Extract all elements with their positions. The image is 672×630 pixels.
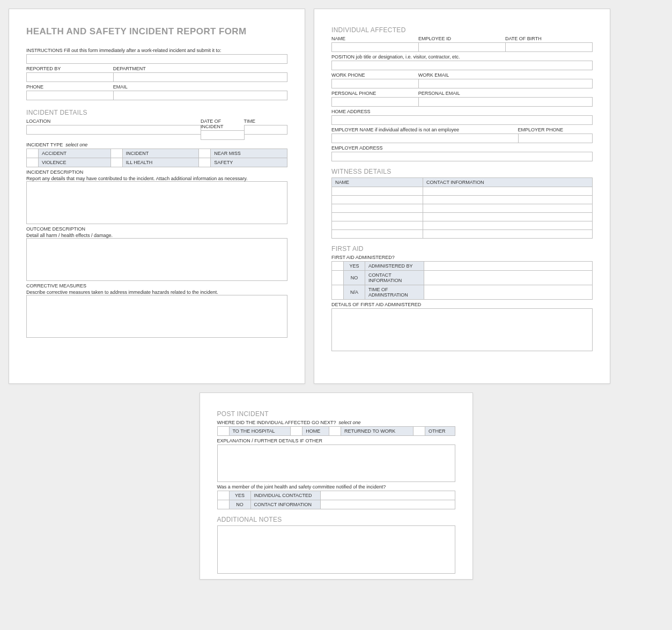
instructions-label: INSTRUCTIONS Fill out this form immediat… <box>26 48 287 53</box>
administered-by-label: ADMINISTERED BY <box>365 262 424 271</box>
page-2: INDIVIDUAL AFFECTED NAME EMPLOYEE ID DAT… <box>314 9 610 384</box>
administered-by-input[interactable] <box>424 262 593 271</box>
department-input[interactable] <box>113 72 287 82</box>
where-option: OTHER <box>425 427 455 436</box>
witness-cell[interactable] <box>423 213 593 221</box>
email-input[interactable] <box>113 91 287 100</box>
committee-contact-label: CONTACT INFORMATION <box>250 500 320 509</box>
incident-type-option: INCIDENT <box>122 149 199 158</box>
individual-affected-header: INDIVIDUAL AFFECTED <box>331 26 593 34</box>
incident-type-check[interactable] <box>199 149 211 158</box>
personal-phone-input[interactable] <box>331 97 419 107</box>
work-email-label: WORK EMAIL <box>418 72 593 78</box>
witness-cell[interactable] <box>423 204 593 213</box>
incident-desc-sub: Report any details that may have contrib… <box>26 176 287 181</box>
outcome-desc-input[interactable] <box>26 238 287 281</box>
where-check[interactable] <box>329 427 341 436</box>
work-phone-input[interactable] <box>331 79 419 88</box>
contact-info-input[interactable] <box>424 271 593 285</box>
details-first-aid-input[interactable] <box>331 308 593 351</box>
time-input[interactable] <box>244 125 288 135</box>
where-check[interactable] <box>291 427 302 436</box>
personal-email-input[interactable] <box>418 97 593 107</box>
employer-phone-input[interactable] <box>518 134 593 143</box>
dob-input[interactable] <box>505 42 593 52</box>
witness-cell[interactable] <box>423 230 593 239</box>
personal-phone-label: PERSONAL PHONE <box>331 91 419 96</box>
time-admin-input[interactable] <box>424 285 593 300</box>
employee-id-input[interactable] <box>418 42 506 52</box>
witness-cell[interactable] <box>423 221 593 230</box>
witness-name-col: NAME <box>332 178 423 187</box>
first-aid-check[interactable] <box>332 285 344 300</box>
incident-type-check[interactable] <box>27 149 39 158</box>
additional-notes-header: ADDITIONAL NOTES <box>217 516 455 523</box>
incident-type-option: NEAR MISS <box>211 149 287 158</box>
witness-contact-col: CONTACT INFORMATION <box>423 178 593 187</box>
additional-notes-input[interactable] <box>217 525 455 574</box>
first-aid-check[interactable] <box>332 262 344 271</box>
individual-contacted-label: INDIVIDUAL CONTACTED <box>250 491 320 500</box>
committee-contact-input[interactable] <box>320 500 455 509</box>
committee-yes: YES <box>229 491 250 500</box>
incident-type-check[interactable] <box>27 158 39 167</box>
date-of-incident-label: DATE OF INCIDENT <box>201 118 245 129</box>
where-check[interactable] <box>217 427 229 436</box>
dob-label: DATE OF BIRTH <box>505 36 593 41</box>
position-label: POSITION job title or designation, i.e. … <box>331 54 593 60</box>
first-aid-check[interactable] <box>332 271 344 285</box>
incident-type-option: ACCIDENT <box>39 149 111 158</box>
corrective-label: CORRECTIVE MEASURES <box>26 283 287 288</box>
home-address-input[interactable] <box>331 115 593 125</box>
corrective-input[interactable] <box>26 295 287 338</box>
incident-desc-input[interactable] <box>26 181 287 224</box>
first-aid-yes: YES <box>344 262 365 271</box>
first-aid-header: FIRST AID <box>331 245 593 253</box>
position-input[interactable] <box>331 61 593 70</box>
time-label: TIME <box>244 118 288 124</box>
employer-address-input[interactable] <box>331 152 593 161</box>
incident-type-option: SAFETY <box>211 158 287 167</box>
explanation-label: EXPLANATION / FURTHER DETAILS IF OTHER <box>217 438 455 443</box>
witness-cell[interactable] <box>332 187 423 196</box>
first-aid-admin-label: FIRST AID ADMINISTERED? <box>331 255 593 260</box>
incident-type-check[interactable] <box>110 158 122 167</box>
time-admin-label: TIME OF ADMINSTRATION <box>365 285 424 300</box>
committee-check[interactable] <box>217 500 229 509</box>
reported-by-input[interactable] <box>26 72 114 82</box>
phone-label: PHONE <box>26 84 114 90</box>
witness-cell[interactable] <box>332 230 423 239</box>
committee-question: Was a member of the joint health and saf… <box>217 484 455 490</box>
employer-name-input[interactable] <box>331 134 519 143</box>
incident-type-check[interactable] <box>110 149 122 158</box>
date-of-incident-input[interactable] <box>201 130 245 140</box>
incident-desc-label: INCIDENT DESCRIPTION <box>26 169 287 175</box>
witness-cell[interactable] <box>332 213 423 221</box>
where-next-label: WHERE DID THE INDIVIDUAL AFFECTED GO NEX… <box>217 420 455 425</box>
first-aid-no: NO <box>344 271 365 285</box>
where-option: RETURNED TO WORK <box>341 427 413 436</box>
corrective-sub: Describe corrective measures taken to ad… <box>26 290 287 295</box>
name-input[interactable] <box>331 42 419 52</box>
outcome-desc-label: OUTCOME DESCRIPTION <box>26 226 287 232</box>
where-check[interactable] <box>413 427 425 436</box>
location-input[interactable] <box>26 125 201 135</box>
witness-cell[interactable] <box>423 196 593 204</box>
instructions-input[interactable] <box>26 54 287 64</box>
witness-details-header: WITNESS DETAILS <box>331 168 593 175</box>
witness-cell[interactable] <box>423 187 593 196</box>
work-email-input[interactable] <box>418 79 593 88</box>
witness-cell[interactable] <box>332 204 423 213</box>
phone-input[interactable] <box>26 91 114 100</box>
employer-name-label: EMPLOYER NAME if individual affected is … <box>331 127 519 132</box>
witness-cell[interactable] <box>332 221 423 230</box>
committee-check[interactable] <box>217 491 229 500</box>
incident-details-header: INCIDENT DETAILS <box>26 109 287 116</box>
incident-type-check[interactable] <box>199 158 211 167</box>
explanation-input[interactable] <box>217 444 455 482</box>
witness-cell[interactable] <box>332 196 423 204</box>
first-aid-table: YES ADMINISTERED BY NO CONTACT INFORMATI… <box>331 261 593 300</box>
contact-info-label: CONTACT INFORMATION <box>365 271 424 285</box>
individual-contacted-input[interactable] <box>320 491 455 500</box>
witness-table: NAME CONTACT INFORMATION <box>331 177 593 239</box>
